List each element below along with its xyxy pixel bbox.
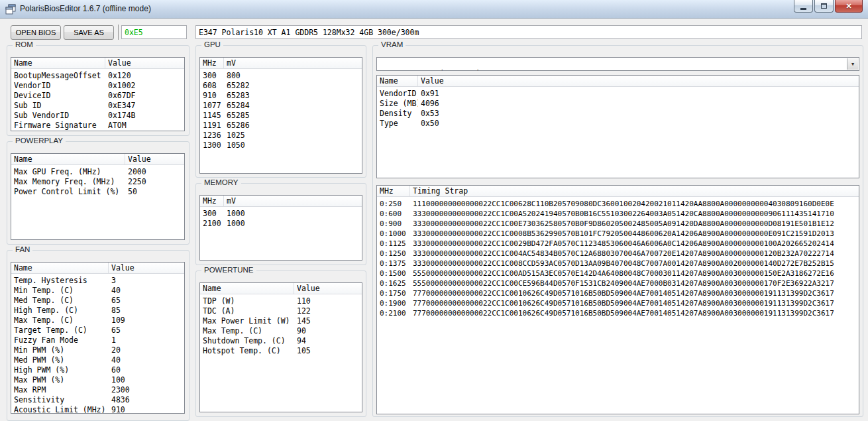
column-header[interactable]: Name xyxy=(11,58,105,68)
powertune-table-body: TDP (W)110TDC (A)122Max Power Limit (W)1… xyxy=(200,294,362,356)
column-header[interactable]: Value xyxy=(105,58,184,68)
table-row[interactable]: BootupMessageOffset0x120 xyxy=(11,71,184,81)
table-row[interactable]: VendorID0x1002 xyxy=(11,81,184,91)
table-row[interactable]: Max Temp. (C)109 xyxy=(11,316,184,326)
memory-table[interactable]: MHzmV 300100021001000 xyxy=(199,195,362,261)
table-row[interactable]: 0:1250333000000000000022CC1C004AC54834B0… xyxy=(377,249,859,259)
table-row[interactable]: Max RPM2300 xyxy=(11,385,184,395)
column-header[interactable]: MHz xyxy=(200,58,224,68)
table-row[interactable]: Size (MB)4096 xyxy=(377,99,859,109)
table-row[interactable]: High PWM (%)60 xyxy=(11,365,184,375)
column-header[interactable]: MHz xyxy=(200,196,224,206)
table-row[interactable]: 0:900333000000000000022CC1C00E7303625805… xyxy=(377,219,859,229)
table-row[interactable]: Shutdown Temp. (C)94 xyxy=(200,336,362,346)
chevron-down-icon[interactable]: ▼ xyxy=(847,58,858,70)
column-header[interactable]: Value xyxy=(109,263,184,273)
vram-timings-table[interactable]: MHzTiming Strap 0:250111000000000000022C… xyxy=(376,185,859,414)
column-header[interactable]: Name xyxy=(11,154,125,164)
column-header[interactable]: Name xyxy=(11,263,109,273)
table-row[interactable]: 0:600333000000000000022CC1C00A5202419405… xyxy=(377,209,859,219)
column-header[interactable]: Name xyxy=(200,283,294,294)
bios-description-input[interactable]: E347 Polaris10 XT A1 GDDR5 128Mx32 4GB 3… xyxy=(195,25,862,39)
table-row[interactable]: 3001000 xyxy=(200,209,362,219)
table-row[interactable]: 107765284 xyxy=(200,101,362,111)
table-row[interactable]: Density0x53 xyxy=(377,109,859,119)
column-header[interactable]: Name xyxy=(377,76,418,86)
table-row[interactable]: 0:1750777000000000000022CC1C0010626C49D0… xyxy=(377,288,859,298)
vram-info-table[interactable]: NameValue VendorID0x91Size (MB)4096Densi… xyxy=(376,75,859,178)
table-row[interactable]: Sub VendorID0x174B xyxy=(11,111,184,121)
table-row[interactable]: 114565285 xyxy=(200,111,362,121)
table-row[interactable]: TDP (W)110 xyxy=(200,296,362,306)
table-row[interactable]: Max PWM (%)100 xyxy=(11,375,184,385)
table-cell: 333000000000000022CC1C004AC54834B0570C12… xyxy=(410,249,859,259)
table-row[interactable]: Firmware SignatureATOM xyxy=(11,121,184,131)
table-row[interactable]: Type0x50 xyxy=(377,119,859,129)
column-header[interactable]: Value xyxy=(125,154,184,164)
table-cell: 0:1125 xyxy=(377,239,410,249)
minimize-button[interactable] xyxy=(794,0,813,13)
table-row[interactable]: 13001050 xyxy=(200,141,362,150)
table-row[interactable]: Temp. Hysteresis3 xyxy=(11,276,184,286)
table-row[interactable]: Min Temp. (C)40 xyxy=(11,286,184,296)
table-row[interactable]: DeviceID0x67DF xyxy=(11,91,184,101)
table-row[interactable]: 60865282 xyxy=(200,81,362,91)
table-row[interactable]: Target Temp. (C)65 xyxy=(11,326,184,335)
table-cell: 0:1900 xyxy=(377,298,410,308)
gpu-table[interactable]: MHzmV 3008006086528291065283107765284114… xyxy=(199,57,362,174)
table-row[interactable]: Max Power Limit (W)145 xyxy=(200,316,362,326)
fan-table[interactable]: NameValue Temp. Hysteresis3Min Temp. (C)… xyxy=(11,262,185,414)
table-row[interactable]: Sensitivity4836 xyxy=(11,395,184,405)
table-row[interactable]: Hotspot Temp. (C)105 xyxy=(200,346,362,356)
table-cell: 109 xyxy=(109,316,184,326)
fan-table-header: NameValue xyxy=(11,263,184,274)
table-cell: 0:600 xyxy=(377,209,410,219)
table-row[interactable]: VendorID0x91 xyxy=(377,89,859,99)
table-cell: 2300 xyxy=(109,385,184,395)
close-button[interactable]: ✕ xyxy=(835,0,863,13)
table-row[interactable]: Max Temp. (C)90 xyxy=(200,326,362,336)
table-row[interactable]: High Temp. (C)85 xyxy=(11,306,184,316)
vram-module-select[interactable]: K4G41325FE (SAMSUNG) ▼ xyxy=(376,57,859,71)
table-row[interactable]: 0:2100777000000000000022CC1C0010626C49D0… xyxy=(377,308,859,318)
table-row[interactable]: Med Temp. (C)65 xyxy=(11,296,184,306)
table-row[interactable]: 0:1500555000000000000022CC1C00AD515A3EC0… xyxy=(377,269,859,278)
table-row[interactable]: Min PWM (%)20 xyxy=(11,345,184,355)
table-row[interactable]: Fuzzy Fan Mode1 xyxy=(11,335,184,345)
open-bios-button[interactable]: OPEN BIOS xyxy=(11,25,61,40)
column-header[interactable]: mV xyxy=(224,196,362,206)
table-row[interactable]: 91065283 xyxy=(200,91,362,101)
table-row[interactable]: 0:1375333000000000000022CC1C008CCD593AC0… xyxy=(377,259,859,269)
table-row[interactable]: 119165286 xyxy=(200,121,362,131)
table-row[interactable]: 0:1000333000000000000022CC1C0008B5362990… xyxy=(377,229,859,239)
table-cell: TDC (A) xyxy=(200,306,294,316)
table-row[interactable]: Sub ID0xE347 xyxy=(11,101,184,111)
column-header[interactable]: Value xyxy=(294,283,362,294)
rom-table[interactable]: NameValue BootupMessageOffset0x120Vendor… xyxy=(11,57,185,131)
table-row[interactable]: Max Memory Freq. (MHz)2250 xyxy=(11,177,184,187)
powerplay-table[interactable]: NameValue Max GPU Freq. (MHz)2000Max Mem… xyxy=(11,153,185,240)
table-row[interactable]: 0:1125333000000000000022CC1C0029BD472FA0… xyxy=(377,239,859,249)
table-row[interactable]: 300800 xyxy=(200,71,362,81)
table-cell: 65286 xyxy=(224,121,362,131)
table-row[interactable]: 0:1625555000000000000022CC1C00CE596B44D0… xyxy=(377,278,859,288)
table-row[interactable]: Med PWM (%)40 xyxy=(11,355,184,365)
column-header[interactable]: MHz xyxy=(377,186,410,196)
column-header[interactable]: Value xyxy=(418,76,859,86)
table-row[interactable]: 0:250111000000000000022CC1C00628C110B205… xyxy=(377,199,859,209)
save-as-button[interactable]: SAVE AS xyxy=(64,25,114,40)
table-row[interactable]: 12361025 xyxy=(200,131,362,141)
table-row[interactable]: Max GPU Freq. (MHz)2000 xyxy=(11,167,184,177)
maximize-button[interactable] xyxy=(814,0,834,13)
table-row[interactable]: 21001000 xyxy=(200,219,362,229)
column-header[interactable]: mV xyxy=(224,58,362,68)
column-header[interactable]: Timing Strap xyxy=(410,186,859,196)
table-row[interactable]: Power Control Limit (%)50 xyxy=(11,187,184,197)
table-row[interactable]: TDC (A)122 xyxy=(200,306,362,316)
table-row[interactable]: Acoustic Limit (MHz)910 xyxy=(11,405,184,414)
gpu-table-header: MHzmV xyxy=(200,58,362,69)
powertune-table[interactable]: NameValue TDP (W)110TDC (A)122Max Power … xyxy=(199,282,362,412)
checksum-input[interactable]: 0xE5 xyxy=(121,25,187,39)
table-row[interactable]: 0:1900777000000000000022CC1C0010626C49D0… xyxy=(377,298,859,308)
table-cell: 555000000000000022CC1C00CE596B44D0570F15… xyxy=(410,278,859,288)
